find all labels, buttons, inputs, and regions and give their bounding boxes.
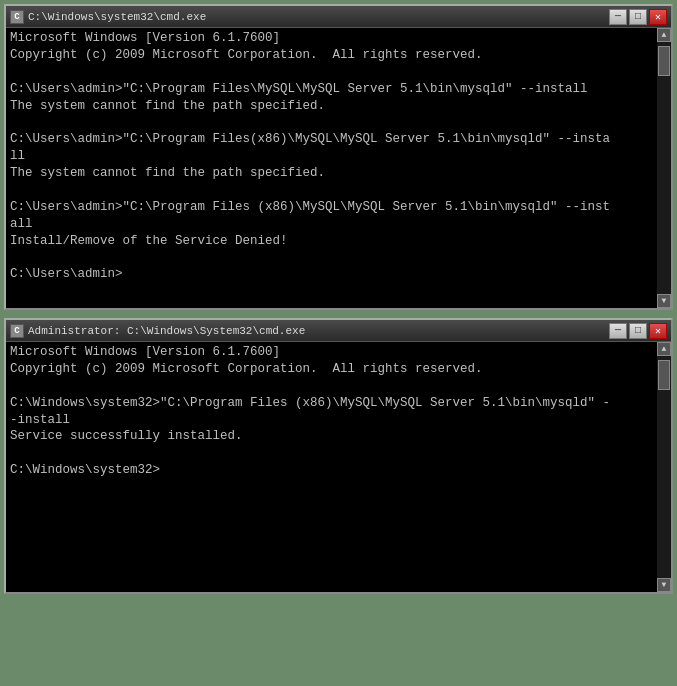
line-1-14 <box>10 249 651 266</box>
cmd-window-1: C C:\Windows\system32\cmd.exe ─ □ ✕ Micr… <box>4 4 673 310</box>
scroll-thumb-2[interactable] <box>658 360 670 390</box>
scroll-track-2[interactable] <box>657 356 671 578</box>
line-1-4: C:\Users\admin>"C:\Program Files\MySQL\M… <box>10 81 651 98</box>
line-1-9: The system cannot find the path specifie… <box>10 165 651 182</box>
window-title-2: Administrator: C:\Windows\System32\cmd.e… <box>28 325 305 337</box>
line-2-2: Copyright (c) 2009 Microsoft Corporation… <box>10 361 651 378</box>
close-button-1[interactable]: ✕ <box>649 9 667 25</box>
scroll-down-2[interactable]: ▼ <box>657 578 671 592</box>
line-2-8: C:\Windows\system32> <box>10 462 651 479</box>
line-1-8: ll <box>10 148 651 165</box>
cmd-icon-2: C <box>10 324 24 338</box>
titlebar-2: C Administrator: C:\Windows\System32\cmd… <box>6 320 671 342</box>
console-text-1: Microsoft Windows [Version 6.1.7600] Cop… <box>10 30 667 283</box>
maximize-button-1[interactable]: □ <box>629 9 647 25</box>
line-2-5: -install <box>10 412 651 429</box>
scroll-down-1[interactable]: ▼ <box>657 294 671 308</box>
line-2-7 <box>10 445 651 462</box>
line-1-11: C:\Users\admin>"C:\Program Files (x86)\M… <box>10 199 651 216</box>
line-1-1: Microsoft Windows [Version 6.1.7600] <box>10 30 651 47</box>
window-controls-1: ─ □ ✕ <box>609 9 667 25</box>
line-1-6 <box>10 114 651 131</box>
line-1-10 <box>10 182 651 199</box>
line-2-4: C:\Windows\system32>"C:\Program Files (x… <box>10 395 651 412</box>
cmd-icon-1: C <box>10 10 24 24</box>
close-button-2[interactable]: ✕ <box>649 323 667 339</box>
minimize-button-2[interactable]: ─ <box>609 323 627 339</box>
line-1-3 <box>10 64 651 81</box>
scrollbar-1[interactable]: ▲ ▼ <box>657 28 671 308</box>
scroll-track-1[interactable] <box>657 42 671 294</box>
line-1-12: all <box>10 216 651 233</box>
console-text-2: Microsoft Windows [Version 6.1.7600] Cop… <box>10 344 667 479</box>
scrollbar-2[interactable]: ▲ ▼ <box>657 342 671 592</box>
window-title-1: C:\Windows\system32\cmd.exe <box>28 11 206 23</box>
scroll-thumb-1[interactable] <box>658 46 670 76</box>
line-1-7: C:\Users\admin>"C:\Program Files(x86)\My… <box>10 131 651 148</box>
line-2-3 <box>10 378 651 395</box>
maximize-button-2[interactable]: □ <box>629 323 647 339</box>
console-output-2: Microsoft Windows [Version 6.1.7600] Cop… <box>6 342 671 592</box>
minimize-button-1[interactable]: ─ <box>609 9 627 25</box>
scroll-up-2[interactable]: ▲ <box>657 342 671 356</box>
window-controls-2: ─ □ ✕ <box>609 323 667 339</box>
line-1-2: Copyright (c) 2009 Microsoft Corporation… <box>10 47 651 64</box>
line-2-1: Microsoft Windows [Version 6.1.7600] <box>10 344 651 361</box>
titlebar-1: C C:\Windows\system32\cmd.exe ─ □ ✕ <box>6 6 671 28</box>
line-2-6: Service successfully installed. <box>10 428 651 445</box>
line-1-5: The system cannot find the path specifie… <box>10 98 651 115</box>
scroll-up-1[interactable]: ▲ <box>657 28 671 42</box>
line-1-13: Install/Remove of the Service Denied! <box>10 233 651 250</box>
console-output-1: Microsoft Windows [Version 6.1.7600] Cop… <box>6 28 671 308</box>
line-1-15: C:\Users\admin> <box>10 266 651 283</box>
cmd-window-2: C Administrator: C:\Windows\System32\cmd… <box>4 318 673 594</box>
